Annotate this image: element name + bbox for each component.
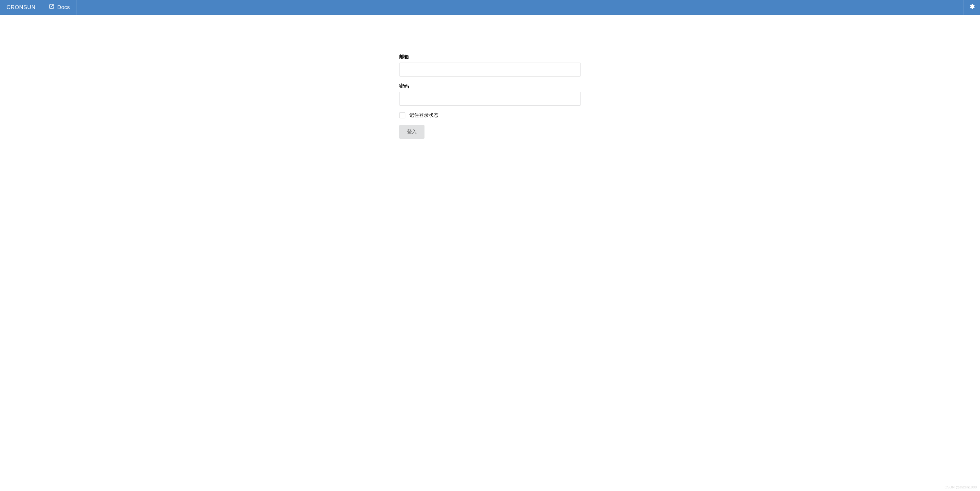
settings-button[interactable] [964,0,980,14]
remember-checkbox[interactable] [399,112,406,118]
navbar-right [964,0,980,14]
login-button-label: 登入 [407,129,417,134]
external-link-icon [49,3,54,11]
login-button[interactable]: 登入 [399,125,425,139]
docs-link[interactable]: Docs [42,0,76,14]
password-label: 密码 [399,83,581,89]
docs-label: Docs [57,4,70,11]
email-field-wrapper: 邮箱 [399,54,581,76]
gears-icon [969,3,975,11]
brand-link[interactable]: CRONSUN [0,0,42,14]
login-form: 邮箱 密码 记住登录状态 登入 [399,54,581,139]
brand-label: CRONSUN [6,4,35,11]
remember-label[interactable]: 记住登录状态 [409,112,438,118]
email-input[interactable] [399,63,581,76]
password-field-wrapper: 密码 [399,83,581,106]
navbar-left: CRONSUN Docs [0,0,76,14]
main-content: 邮箱 密码 记住登录状态 登入 [0,15,980,139]
top-navbar: CRONSUN Docs [0,0,980,15]
password-input[interactable] [399,92,581,106]
email-label: 邮箱 [399,54,581,60]
remember-wrapper: 记住登录状态 [399,112,581,118]
